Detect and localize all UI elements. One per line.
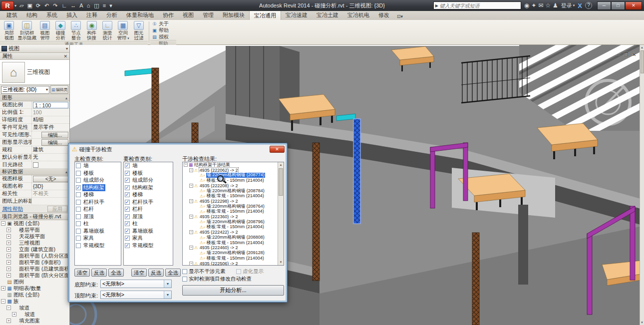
ribbon-tab[interactable]: 附加模块 <box>218 10 249 20</box>
checkbox-icon[interactable] <box>125 192 130 197</box>
chevron-down-icon[interactable]: ▼ <box>164 280 171 288</box>
browser-tree-item[interactable]: 图纸 (全部) <box>0 292 69 298</box>
results-tree-row[interactable]: 墙:220mm格构钢墙 (208774) <box>183 173 278 178</box>
checkbox-icon[interactable] <box>182 277 187 282</box>
checkbox-icon[interactable] <box>76 207 81 212</box>
property-row[interactable]: 比例值 1: 100 <box>0 109 69 116</box>
tree-expander-icon[interactable]: − <box>189 184 193 188</box>
results-tree-row[interactable]: 楼板:常规 - 150mm (214004) <box>183 240 278 245</box>
infocenter-icon[interactable]: ✉ <box>537 2 544 9</box>
results-scrollbar[interactable]: ▲ ▼ <box>278 162 284 265</box>
checkbox-icon[interactable] <box>76 229 81 234</box>
browser-tree-item[interactable]: + 天花板平面 <box>0 233 69 240</box>
qat-button[interactable]: ⌂ <box>85 1 92 10</box>
ribbon-tool-button[interactable]: 节点 整合 ▾ <box>68 21 83 40</box>
browser-tree-item[interactable]: + 坡道 <box>0 311 69 318</box>
invert-button[interactable]: 反选 <box>91 269 107 277</box>
tree-expander-icon[interactable]: − <box>189 168 193 172</box>
infocenter-icon[interactable]: ♟ <box>552 2 559 9</box>
checkbox-icon[interactable] <box>76 171 81 176</box>
checkbox-icon[interactable] <box>125 178 130 183</box>
ribbon-tab[interactable]: 宝冶通用 <box>249 10 281 20</box>
ribbon-tool-button[interactable]: 构件 快搜 ▾ <box>84 21 99 40</box>
ribbon-help-button[interactable]: ▤ 授权 <box>152 34 169 40</box>
results-tree-row[interactable]: − 4935 (222506) -> 2 <box>183 261 278 265</box>
results-tree-row[interactable]: − 4935 (222298) -> 2 <box>183 199 278 204</box>
property-row[interactable]: 视图名称 {3D} <box>0 183 69 190</box>
category-list-item[interactable]: 柱 <box>124 220 173 228</box>
clear-button[interactable]: 清空 <box>74 269 90 277</box>
results-tree-row[interactable]: − 4935 (222422) -> 2 <box>183 230 278 235</box>
scrollbar-thumb[interactable] <box>641 50 644 73</box>
ribbon-tool-button[interactable]: 空间 管理 ▾ <box>115 21 130 41</box>
tree-expander-icon[interactable]: − <box>189 262 193 265</box>
qat-button[interactable]: ◫ <box>92 1 100 10</box>
results-tree-row[interactable]: 楼板:常规 - 150mm (214004) <box>183 193 278 198</box>
view-close-icon[interactable]: ✕ <box>632 52 636 57</box>
qat-button[interactable]: ↷ <box>51 1 59 10</box>
tree-expander-icon[interactable]: + <box>6 228 11 232</box>
tree-expander-icon[interactable]: + <box>6 247 11 252</box>
start-analysis-button[interactable]: 开始分析... <box>182 285 284 296</box>
browser-tree-item[interactable]: − 族 <box>0 298 69 305</box>
section-header-graphics[interactable]: 图形▴ <box>0 95 69 101</box>
tree-expander-icon[interactable]: + <box>6 273 11 278</box>
browser-tree-item[interactable]: + 面积平面 (净面积) <box>0 259 69 266</box>
search-input[interactable] <box>440 3 515 8</box>
qat-button[interactable]: ▣ <box>25 1 33 10</box>
browser-tree-item[interactable]: − 坡道 <box>0 305 69 311</box>
property-row[interactable]: 零件可见性 显示零件 <box>0 124 69 131</box>
properties-help-link[interactable]: 属性帮助 <box>2 206 45 213</box>
select-all-button[interactable]: 全选 <box>165 269 181 277</box>
category-list-item[interactable]: 家具 <box>124 235 173 242</box>
infocenter-icon[interactable]: ✦ <box>530 2 537 9</box>
property-row[interactable]: 日光路径 <box>0 161 69 169</box>
type-preview[interactable]: ⌂ 三维视图 <box>0 60 69 85</box>
category-list-item[interactable]: 结构框架 <box>75 184 121 192</box>
realtime-check-checkbox[interactable]: 实时检测项目修改自动检查 <box>182 276 252 283</box>
qat-button[interactable]: A <box>78 1 84 10</box>
qat-button[interactable]: ⟳ <box>34 1 42 10</box>
ribbon-state-dropdown-icon[interactable]: ⊡▾ <box>394 13 406 20</box>
category-list-item[interactable]: 墙 <box>75 162 121 170</box>
tree-expander-icon[interactable]: − <box>1 299 5 304</box>
qat-button[interactable]: ∟ <box>60 1 69 10</box>
ribbon-tab[interactable]: 管理 <box>198 10 218 20</box>
browser-tree-item[interactable]: + 面积平面 (总建筑面积) <box>0 266 69 272</box>
checkbox-icon[interactable] <box>76 185 81 190</box>
results-tree-row[interactable]: 楼板:常规 - 150mm (214004) <box>183 209 278 214</box>
browser-tree-item[interactable]: + 面积平面 (人防分区面积) <box>0 253 69 259</box>
checkbox-icon[interactable] <box>76 236 81 241</box>
help-icon[interactable]: ? <box>585 2 592 9</box>
property-row[interactable]: 规程 建筑 <box>0 146 69 154</box>
checkbox-icon[interactable] <box>125 207 130 212</box>
tree-expander-icon[interactable]: − <box>189 199 193 203</box>
property-row[interactable]: 图形显示选项 编辑... <box>0 139 69 146</box>
ribbon-tool-button[interactable]: 剖切框 显示隐藏 ▾ <box>17 21 36 40</box>
select-all-button[interactable]: 全选 <box>108 269 124 277</box>
dialog-close-button[interactable]: ✕ <box>270 146 285 153</box>
checkbox-icon[interactable] <box>125 163 130 168</box>
section-header-identity[interactable]: 标识数据▴ <box>0 169 69 175</box>
category-list-item[interactable]: 柱 <box>75 220 121 228</box>
checkbox-icon[interactable] <box>125 200 130 205</box>
property-row[interactable]: 相关性 不相关 <box>0 190 69 198</box>
help-search-box[interactable]: ▶ <box>433 1 521 9</box>
browser-tree-item[interactable]: + 三维视图 <box>0 240 69 246</box>
tree-expander-icon[interactable]: − <box>189 215 193 219</box>
results-tree-row[interactable]: 楼板:常规 - 150mm (214004) <box>183 225 278 230</box>
scroll-down-icon[interactable]: ▼ <box>640 320 644 325</box>
results-tree-row[interactable]: − 4935 (222062) -> 2 <box>183 167 278 172</box>
results-tree-row[interactable]: − 4935 (222360) -> 2 <box>183 214 278 219</box>
browser-tree-item[interactable]: + 立面 (建筑立面) <box>0 246 69 253</box>
invert-button[interactable]: 反选 <box>148 269 164 277</box>
checkbox-icon[interactable] <box>76 192 81 197</box>
browser-tree-item[interactable]: + 填充图案 <box>0 318 69 324</box>
ghost-display-checkbox[interactable]: 虚化显示 <box>236 268 264 275</box>
infocenter-icon[interactable]: ☆ <box>544 2 552 9</box>
category-list-item[interactable]: 结构框架 <box>124 184 173 192</box>
window-close-button[interactable]: ✕ <box>625 1 642 10</box>
qat-button[interactable]: ▾ <box>108 1 114 10</box>
results-tree-row[interactable]: 楼板:常规 - 150mm (214004) <box>183 178 278 183</box>
ribbon-tab[interactable]: 宝冶机电 <box>343 10 374 20</box>
